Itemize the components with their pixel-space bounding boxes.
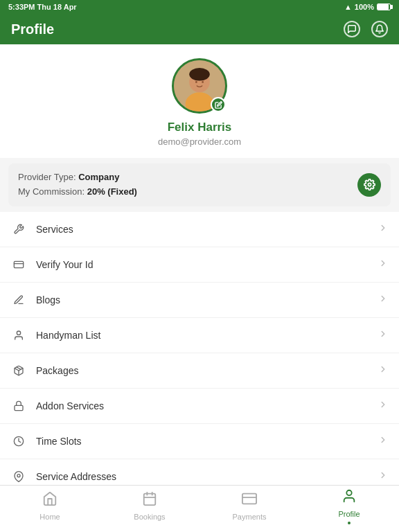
menu-label-handyman-list: Handyman List xyxy=(36,330,378,341)
status-time: 5:33PM Thu 18 Apr xyxy=(8,3,77,11)
nav-label-payments: Payments xyxy=(233,513,267,521)
provider-type: Company xyxy=(78,172,119,182)
blogs-icon xyxy=(11,292,26,308)
svg-rect-33 xyxy=(144,494,156,506)
menu-label-addon-services: Addon Services xyxy=(36,400,378,411)
svg-line-10 xyxy=(17,366,21,369)
menu-item-packages[interactable]: Packages xyxy=(0,353,399,389)
nav-label-bookings: Bookings xyxy=(134,513,165,521)
status-bar: 5:33PM Thu 18 Apr ▲ 100% xyxy=(0,0,399,14)
menu-item-blogs[interactable]: Blogs xyxy=(0,283,399,318)
nav-item-profile[interactable]: Profile xyxy=(299,488,399,530)
wifi-icon: ▲ xyxy=(344,3,352,11)
svg-rect-37 xyxy=(242,494,256,504)
service-addresses-icon xyxy=(11,469,26,484)
services-icon xyxy=(11,222,26,237)
svg-point-9 xyxy=(17,331,20,335)
commission-value: 20% (Fixed) xyxy=(87,186,137,197)
chevron-handyman-list xyxy=(378,329,388,341)
nav-active-indicator xyxy=(348,522,351,524)
nav-item-home[interactable]: Home xyxy=(0,491,100,526)
time-slots-icon xyxy=(11,434,26,449)
bottom-nav: Home Bookings Payments Pro xyxy=(0,485,399,532)
nav-label-profile: Profile xyxy=(338,510,360,518)
menu-label-service-addresses: Service Addresses xyxy=(36,471,378,482)
chevron-addon-services xyxy=(378,400,388,411)
menu-label-blogs: Blogs xyxy=(36,294,378,305)
menu-item-services[interactable]: Services xyxy=(0,212,399,247)
svg-point-4 xyxy=(195,81,197,83)
menu-item-time-slots[interactable]: Time Slots xyxy=(0,424,399,459)
menu-label-services: Services xyxy=(36,224,378,235)
menu-item-verify-id[interactable]: Verify Your Id xyxy=(0,247,399,283)
menu-label-time-slots: Time Slots xyxy=(36,436,378,447)
chevron-time-slots xyxy=(378,435,388,447)
profile-section: Felix Harris demo@provider.com xyxy=(0,44,399,158)
svg-point-39 xyxy=(346,490,351,495)
avatar-container xyxy=(172,58,227,114)
nav-item-payments[interactable]: Payments xyxy=(200,491,299,526)
payments-icon xyxy=(242,491,257,511)
profile-email: demo@provider.com xyxy=(158,136,241,147)
nav-item-bookings[interactable]: Bookings xyxy=(100,491,200,526)
svg-rect-12 xyxy=(15,405,23,410)
packages-icon xyxy=(11,363,26,378)
chevron-service-addresses xyxy=(378,470,388,482)
page-title: Profile xyxy=(11,21,54,37)
edit-avatar-button[interactable] xyxy=(211,97,226,112)
svg-rect-7 xyxy=(14,261,23,267)
profile-name: Felix Harris xyxy=(168,121,232,134)
menu-item-handyman-list[interactable]: Handyman List xyxy=(0,318,399,353)
menu-item-addon-services[interactable]: Addon Services xyxy=(0,389,399,424)
header-icons xyxy=(344,21,388,37)
bookings-icon xyxy=(142,491,157,511)
home-icon xyxy=(42,491,57,511)
status-right: ▲ 100% xyxy=(344,3,391,11)
menu-label-packages: Packages xyxy=(36,365,378,376)
svg-point-5 xyxy=(202,81,204,83)
menu-list: ServicesVerify Your IdBlogsHandyman List… xyxy=(0,212,399,485)
nav-label-home: Home xyxy=(39,513,60,521)
chevron-packages xyxy=(378,364,388,376)
profile-icon xyxy=(342,488,357,508)
menu-item-service-addresses[interactable]: Service Addresses xyxy=(0,459,399,485)
battery-bar xyxy=(377,3,391,10)
addon-services-icon xyxy=(11,398,26,414)
info-card: Provider Type: Company My Commission: 20… xyxy=(8,163,391,206)
main-scroll: Felix Harris demo@provider.com Provider … xyxy=(0,44,399,485)
chevron-blogs xyxy=(378,294,388,305)
handyman-list-icon xyxy=(11,328,26,343)
menu-label-verify-id: Verify Your Id xyxy=(36,259,378,270)
header: Profile xyxy=(0,14,399,44)
chevron-verify-id xyxy=(378,258,388,270)
verify-id-icon xyxy=(11,257,26,272)
info-settings-button[interactable] xyxy=(357,173,381,197)
battery-icon: 100% xyxy=(355,3,374,11)
svg-point-14 xyxy=(17,474,20,477)
info-text: Provider Type: Company My Commission: 20… xyxy=(18,170,137,200)
svg-point-3 xyxy=(189,68,210,81)
svg-point-6 xyxy=(368,184,371,186)
notification-icon-btn[interactable] xyxy=(371,21,388,37)
chat-icon-btn[interactable] xyxy=(344,21,360,37)
chevron-services xyxy=(378,223,388,235)
